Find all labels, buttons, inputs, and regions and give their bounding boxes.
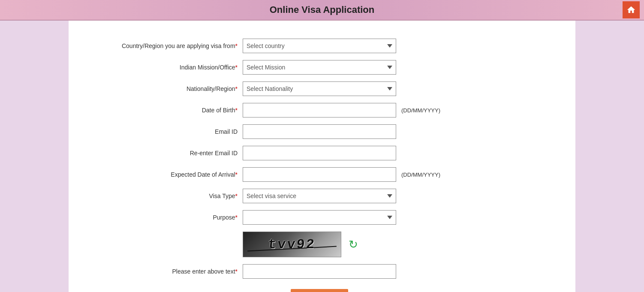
home-icon	[626, 5, 636, 15]
captcha-refresh-button[interactable]: ↻	[346, 238, 360, 251]
re-email-cell	[240, 144, 399, 162]
arrival-label: Expected Date of Arrival*	[86, 166, 240, 184]
captcha-input-cell	[240, 262, 399, 280]
table-row: Date of Birth* (DD/MM/YYYY)	[86, 101, 558, 119]
country-label: Country/Region you are applying visa fro…	[86, 37, 240, 55]
table-row: Country/Region you are applying visa fro…	[86, 37, 558, 55]
page-title: Online Visa Application	[270, 4, 375, 15]
country-cell: Select country	[240, 37, 399, 55]
nationality-select[interactable]: Select Nationality	[243, 81, 396, 96]
form-table: Country/Region you are applying visa fro…	[86, 33, 558, 292]
required-star: *	[235, 171, 238, 178]
table-row: Nationality/Region* Select Nationality	[86, 80, 558, 98]
continue-button[interactable]: Continue	[291, 289, 348, 292]
page-wrapper: Online Visa Application Country/Region y…	[0, 0, 644, 292]
table-row: Indian Mission/Office* Select Mission	[86, 58, 558, 76]
required-star: *	[235, 268, 238, 275]
country-select[interactable]: Select country	[243, 39, 396, 53]
table-row: Purpose*	[86, 208, 558, 226]
mission-label: Indian Mission/Office*	[86, 58, 240, 76]
dob-label: Date of Birth*	[86, 101, 240, 119]
mission-cell: Select Mission	[240, 58, 399, 76]
visa-type-cell: Select visa service	[240, 187, 399, 205]
captcha-image: tvv92	[243, 232, 341, 257]
email-label: Email ID	[86, 123, 240, 141]
re-email-label: Re-enter Email ID	[86, 144, 240, 162]
required-star: *	[235, 64, 238, 71]
table-row: Email ID	[86, 123, 558, 141]
nationality-cell: Select Nationality	[240, 80, 399, 98]
header-bar: Online Visa Application	[0, 0, 644, 21]
purpose-label: Purpose*	[86, 208, 240, 226]
visa-type-select[interactable]: Select visa service	[243, 189, 396, 203]
email-input[interactable]	[243, 124, 396, 139]
purpose-select[interactable]	[243, 210, 396, 225]
re-email-input[interactable]	[243, 146, 396, 160]
mission-select[interactable]: Select Mission	[243, 60, 396, 75]
dob-hint: (DD/MM/YYYY)	[399, 101, 558, 119]
required-star: *	[235, 42, 238, 49]
captcha-cell: tvv92 ↻	[240, 230, 399, 259]
captcha-input[interactable]	[243, 264, 396, 279]
continue-cell: Continue	[240, 284, 399, 292]
home-button[interactable]	[623, 1, 640, 18]
required-star: *	[235, 214, 238, 221]
required-star: *	[235, 107, 238, 114]
captcha-container: tvv92 ↻	[243, 232, 396, 257]
required-star: *	[235, 193, 238, 199]
captcha-display-label	[86, 230, 240, 259]
dob-input[interactable]	[243, 103, 396, 117]
table-row: Please enter above text*	[86, 262, 558, 280]
nationality-label: Nationality/Region*	[86, 80, 240, 98]
main-content: Country/Region you are applying visa fro…	[69, 21, 575, 292]
arrival-hint: (DD/MM/YYYY)	[399, 166, 558, 184]
email-cell	[240, 123, 399, 141]
required-star: *	[235, 85, 238, 92]
visa-type-label: Visa Type*	[86, 187, 240, 205]
arrival-date-input[interactable]	[243, 167, 396, 182]
dob-cell	[240, 101, 399, 119]
captcha-input-label: Please enter above text*	[86, 262, 240, 280]
button-row: Continue	[86, 284, 558, 292]
arrival-cell	[240, 166, 399, 184]
purpose-cell	[240, 208, 399, 226]
table-row: Visa Type* Select visa service	[86, 187, 558, 205]
table-row: Re-enter Email ID	[86, 144, 558, 162]
captcha-row: tvv92 ↻	[86, 230, 558, 259]
table-row: Expected Date of Arrival* (DD/MM/YYYY)	[86, 166, 558, 184]
